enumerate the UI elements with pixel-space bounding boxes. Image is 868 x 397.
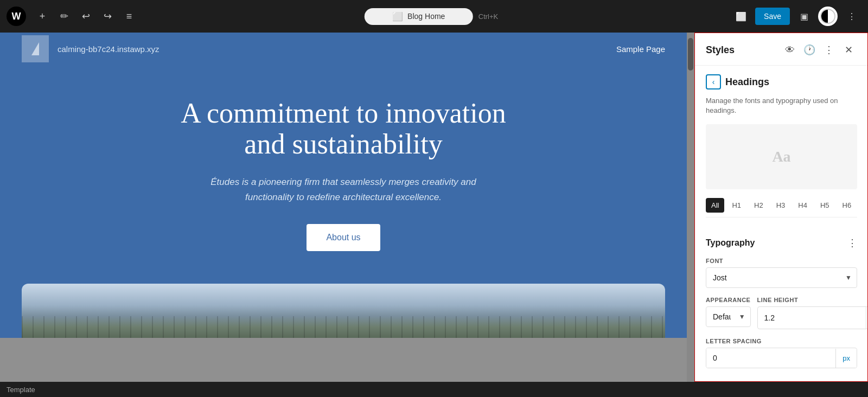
typography-title: Typography — [706, 238, 755, 248]
more-icon: ⋮ — [824, 44, 834, 56]
appearance-col: APPEARANCE Default Thin Light Regular Me… — [706, 297, 751, 329]
headings-title: Headings — [725, 76, 769, 88]
monitor-icon: ⬜ — [736, 11, 746, 22]
panel-close-button[interactable]: ✕ — [840, 41, 857, 59]
building-lines — [22, 316, 665, 338]
tab-h4[interactable]: H4 — [793, 198, 813, 213]
panel-title: Styles — [706, 44, 735, 56]
add-icon: + — [40, 11, 46, 22]
site-header: calming-bb7c24.instawp.xyz Sample Page — [0, 33, 687, 65]
contrast-icon — [820, 9, 835, 24]
history-icon: 🕐 — [803, 44, 815, 56]
tab-h3[interactable]: H3 — [771, 198, 791, 213]
bottom-image-section — [0, 284, 687, 338]
headings-header: ‹ Headings — [706, 74, 857, 89]
appearance-label: APPEARANCE — [706, 297, 751, 303]
hero-subtitle: Études is a pioneering firm that seamles… — [181, 175, 506, 204]
headings-description: Manage the fonts and typography used on … — [706, 96, 857, 116]
undo-button[interactable]: ↩ — [76, 7, 95, 26]
canvas-area: calming-bb7c24.instawp.xyz Sample Page A… — [0, 33, 694, 382]
panel-history-button[interactable]: 🕐 — [801, 41, 818, 59]
tab-h1[interactable]: H1 — [726, 198, 746, 213]
headings-section: ‹ Headings Manage the fonts and typograp… — [695, 66, 868, 237]
back-icon: ‹ — [712, 78, 715, 86]
eye-icon: 👁 — [785, 44, 795, 56]
toolbar-left: W + ✏ ↩ ↪ ≡ — [7, 7, 139, 26]
close-icon: ✕ — [845, 44, 853, 56]
keyboard-shortcut: Ctrl+K — [473, 9, 503, 24]
panel-header-icons: 👁 🕐 ⋮ ✕ — [781, 41, 857, 59]
font-select-wrapper: Jost Inter Roboto Open Sans ▼ — [706, 267, 857, 288]
headings-preview-box: Aa — [706, 124, 857, 189]
letter-spacing-input-row: px — [706, 348, 857, 368]
wordpress-logo[interactable]: W — [7, 7, 26, 26]
appearance-select-wrapper: Default Thin Light Regular Medium Bold ▼ — [706, 306, 751, 327]
tab-h2[interactable]: H2 — [749, 198, 769, 213]
tab-h5[interactable]: H5 — [815, 198, 835, 213]
main-area: calming-bb7c24.instawp.xyz Sample Page A… — [0, 33, 868, 382]
letter-spacing-unit[interactable]: px — [835, 349, 857, 368]
panels-button[interactable]: ▣ — [794, 7, 814, 26]
blog-home-pill[interactable]: ⬜ Blog Home — [365, 8, 473, 25]
toolbar-right: ⬜ Save ▣ ⋮ — [731, 7, 861, 26]
line-height-label: LINE HEIGHT — [757, 297, 868, 303]
back-button[interactable]: ‹ — [706, 74, 721, 89]
save-button[interactable]: Save — [755, 8, 790, 25]
panel-header: Styles 👁 🕐 ⋮ ✕ — [695, 33, 868, 66]
hero-section: A commitment to innovation and sustainab… — [0, 65, 687, 284]
list-button[interactable]: ≡ — [119, 7, 139, 26]
template-label: Template — [7, 386, 35, 394]
list-icon: ≡ — [126, 11, 132, 22]
logo-triangle-icon — [31, 42, 39, 55]
hero-title: A commitment to innovation and sustainab… — [22, 98, 665, 159]
monitor-button[interactable]: ⬜ — [731, 7, 751, 26]
template-bar: Template — [0, 382, 868, 397]
pen-button[interactable]: ✏ — [54, 7, 74, 26]
typography-section: Typography ⋮ FONT Jost Inter Roboto Open… — [695, 237, 868, 382]
redo-icon: ↪ — [104, 10, 112, 22]
line-height-control: + − — [757, 306, 868, 329]
typography-more-button[interactable]: ⋮ — [847, 237, 857, 249]
contrast-button[interactable] — [818, 7, 838, 26]
scroll-thumb — [688, 38, 693, 71]
letter-spacing-input[interactable] — [706, 348, 835, 368]
tab-h6[interactable]: H6 — [837, 198, 857, 213]
typography-header: Typography ⋮ — [706, 237, 857, 249]
three-dots-icon: ⋮ — [847, 237, 857, 249]
tab-all[interactable]: All — [706, 198, 724, 213]
building-image — [22, 284, 665, 338]
blog-home-label: Blog Home — [407, 12, 445, 21]
more-icon: ⋮ — [847, 11, 856, 22]
about-us-button[interactable]: About us — [307, 224, 380, 251]
site-nav-link[interactable]: Sample Page — [616, 44, 665, 54]
add-button[interactable]: + — [33, 7, 52, 26]
pen-icon: ✏ — [60, 10, 68, 22]
letter-spacing-label: LETTER SPACING — [706, 338, 857, 344]
canvas-content: calming-bb7c24.instawp.xyz Sample Page A… — [0, 33, 687, 382]
heading-tabs: All H1 H2 H3 H4 H5 H6 — [706, 198, 857, 217]
canvas-scrollbar[interactable] — [687, 33, 694, 382]
toolbar: W + ✏ ↩ ↪ ≡ ⬜ Blog Home Ctrl+K ⬜ Save ▣ — [0, 0, 868, 33]
preview-text: Aa — [772, 148, 790, 165]
toolbar-center: ⬜ Blog Home Ctrl+K — [365, 8, 503, 25]
page-icon: ⬜ — [392, 11, 403, 22]
line-height-input[interactable] — [758, 308, 866, 328]
appearance-lineheight-row: APPEARANCE Default Thin Light Regular Me… — [706, 297, 857, 329]
styles-panel: Styles 👁 🕐 ⋮ ✕ ‹ — [694, 33, 868, 382]
panel-more-button[interactable]: ⋮ — [820, 41, 838, 59]
line-height-plus-button[interactable]: + — [866, 307, 868, 329]
appearance-select[interactable]: Default Thin Light Regular Medium Bold — [706, 306, 751, 327]
wp-logo-text: W — [12, 11, 21, 22]
undo-icon: ↩ — [82, 10, 90, 22]
line-height-col: LINE HEIGHT + − — [757, 297, 868, 329]
font-select[interactable]: Jost Inter Roboto Open Sans — [706, 267, 857, 288]
panel-eye-button[interactable]: 👁 — [781, 41, 799, 59]
more-button[interactable]: ⋮ — [842, 7, 861, 26]
letter-spacing-section: LETTER SPACING px — [706, 338, 857, 368]
site-logo-area: calming-bb7c24.instawp.xyz — [22, 35, 159, 62]
panels-icon: ▣ — [800, 11, 808, 22]
redo-button[interactable]: ↪ — [98, 7, 117, 26]
font-label: FONT — [706, 258, 857, 264]
site-logo-box — [22, 35, 49, 62]
site-domain: calming-bb7c24.instawp.xyz — [58, 44, 159, 54]
